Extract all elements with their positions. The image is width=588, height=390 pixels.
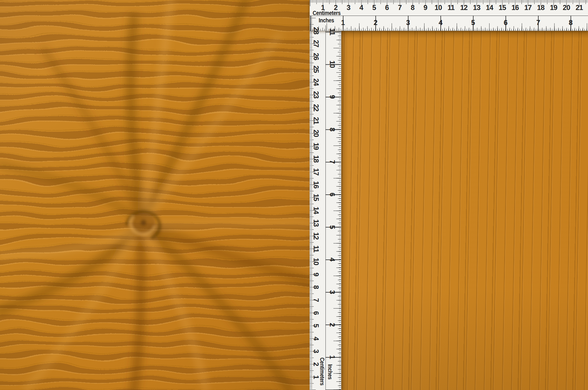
horizontal-centimeters-label: Centimeters <box>313 9 340 16</box>
vertical-inch-scale <box>325 31 341 390</box>
fabric-product-photo: Centimeters Inches Centimeters Inches 12… <box>0 0 588 390</box>
horizontal-inch-scale <box>310 16 588 31</box>
flat-fabric-swatch <box>341 31 588 390</box>
vertical-inches-label: Inches <box>327 364 334 379</box>
vignette <box>0 0 310 390</box>
vertical-ruler-divider <box>325 25 326 390</box>
vertical-centimeters-label: Centimeters <box>319 357 326 385</box>
vertical-cm-scale <box>310 16 325 390</box>
draped-fabric-swatch <box>0 0 310 390</box>
horizontal-inches-label: Inches <box>319 17 334 24</box>
horizontal-cm-scale <box>310 0 588 16</box>
